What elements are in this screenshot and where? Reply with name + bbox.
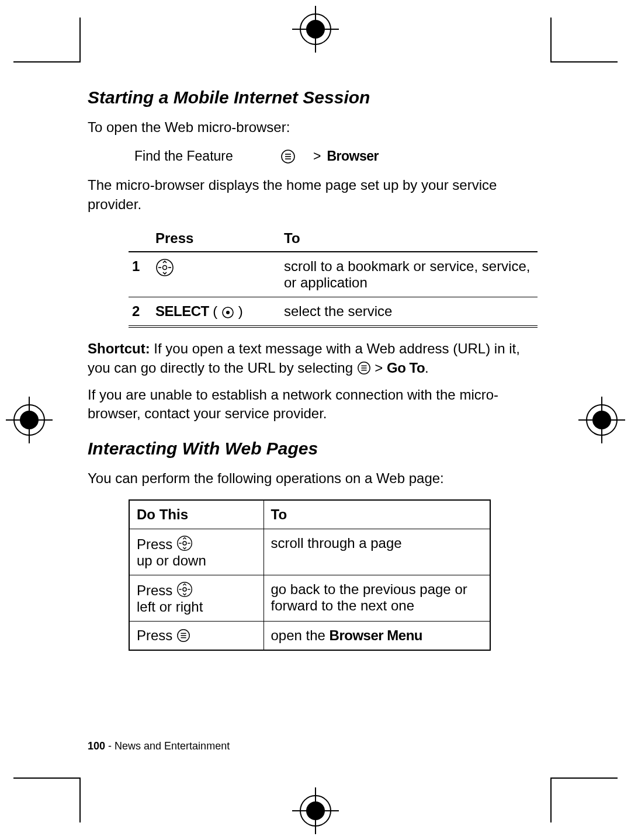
do-cell: Press up or down xyxy=(129,529,264,575)
nav-key-icon xyxy=(155,258,174,277)
menu-key-icon xyxy=(357,361,371,375)
paragraph: If you are unable to establish a network… xyxy=(88,386,543,424)
crop-mark xyxy=(79,18,81,63)
nav-key-icon xyxy=(176,581,193,598)
col-blank xyxy=(129,225,152,252)
menu-key-icon xyxy=(280,149,296,164)
crop-mark xyxy=(550,777,552,822)
feature-separator: > xyxy=(313,148,321,164)
do-text: Press xyxy=(137,627,176,643)
col-do: Do This xyxy=(129,500,264,529)
step-number: 1 xyxy=(129,252,152,297)
registration-mark-icon xyxy=(292,6,339,53)
to-cell: scroll through a page xyxy=(264,529,490,575)
steps-table: Press To 1 scroll to a bookmark or servi… xyxy=(129,225,538,328)
press-cell xyxy=(152,252,280,297)
select-label: SELECT xyxy=(155,303,209,319)
col-to: To xyxy=(264,500,490,529)
to-text-b: Browser Menu xyxy=(330,627,422,643)
crop-mark xyxy=(79,777,81,822)
shortcut-goto: Go To xyxy=(387,360,425,376)
paragraph: The micro-browser displays the home page… xyxy=(88,176,543,214)
press-cell: SELECT ( ) xyxy=(152,297,280,327)
find-the-feature-row: Find the Feature > Browser xyxy=(134,148,543,164)
shortcut-text: If you open a text message with a Web ad… xyxy=(88,341,520,375)
registration-mark-icon xyxy=(6,397,53,443)
col-press: Press xyxy=(152,225,280,252)
to-cell: go back to the previous page or forward … xyxy=(264,575,490,622)
to-text-a: open the xyxy=(271,627,330,643)
registration-mark-icon xyxy=(578,397,625,443)
table-row: Press open the Browser Menu xyxy=(129,622,490,651)
svg-point-31 xyxy=(183,542,186,545)
shortcut-sep: > xyxy=(371,360,387,376)
operations-table: Do This To Press up or down scroll throu… xyxy=(129,499,491,651)
crop-mark xyxy=(550,18,552,63)
feature-label: Find the Feature xyxy=(134,148,280,164)
col-to: To xyxy=(280,225,538,252)
page-content: Starting a Mobile Internet Session To op… xyxy=(88,88,543,752)
svg-point-25 xyxy=(226,311,230,314)
nav-key-icon xyxy=(176,535,193,551)
paragraph: You can perform the following operations… xyxy=(88,469,543,488)
table-row: 1 scroll to a bookmark or service, servi… xyxy=(129,252,538,297)
table-row: Press left or right go back to the previ… xyxy=(129,575,490,622)
paragraph: To open the Web micro-browser: xyxy=(88,118,543,137)
table-row: 2 SELECT ( ) select the service xyxy=(129,297,538,327)
svg-point-21 xyxy=(163,266,167,270)
footer-sep: - xyxy=(105,740,115,752)
section-heading: Interacting With Web Pages xyxy=(88,439,543,459)
svg-point-35 xyxy=(183,588,186,591)
registration-mark-icon xyxy=(292,787,339,834)
to-cell: scroll to a bookmark or service, service… xyxy=(280,252,538,297)
page-number: 100 xyxy=(88,740,105,752)
section-heading: Starting a Mobile Internet Session xyxy=(88,88,543,107)
page-footer: 100 - News and Entertainment xyxy=(88,740,230,752)
do-cell: Press left or right xyxy=(129,575,264,622)
crop-mark xyxy=(550,777,618,779)
shortcut-label: Shortcut: xyxy=(88,341,150,356)
to-cell: select the service xyxy=(280,297,538,327)
to-cell: open the Browser Menu xyxy=(264,622,490,651)
do-cell: Press xyxy=(129,622,264,651)
feature-path: > Browser xyxy=(280,148,379,164)
open-paren: ( xyxy=(213,303,217,319)
feature-item: Browser xyxy=(327,148,379,164)
do-text: Press xyxy=(137,536,176,552)
step-number: 2 xyxy=(129,297,152,327)
crop-mark xyxy=(13,61,81,63)
crop-mark xyxy=(13,777,81,779)
menu-key-icon xyxy=(176,629,190,643)
do-text-b: up or down xyxy=(137,553,206,568)
period: . xyxy=(425,360,429,376)
do-text: Press xyxy=(137,582,176,598)
table-row: Press up or down scroll through a page xyxy=(129,529,490,575)
shortcut-paragraph: Shortcut: If you open a text message wit… xyxy=(88,339,543,377)
chapter-name: News and Entertainment xyxy=(115,740,230,752)
do-text-b: left or right xyxy=(137,599,203,615)
center-key-icon xyxy=(221,306,234,319)
crop-mark xyxy=(550,61,618,63)
close-paren: ) xyxy=(238,303,243,319)
